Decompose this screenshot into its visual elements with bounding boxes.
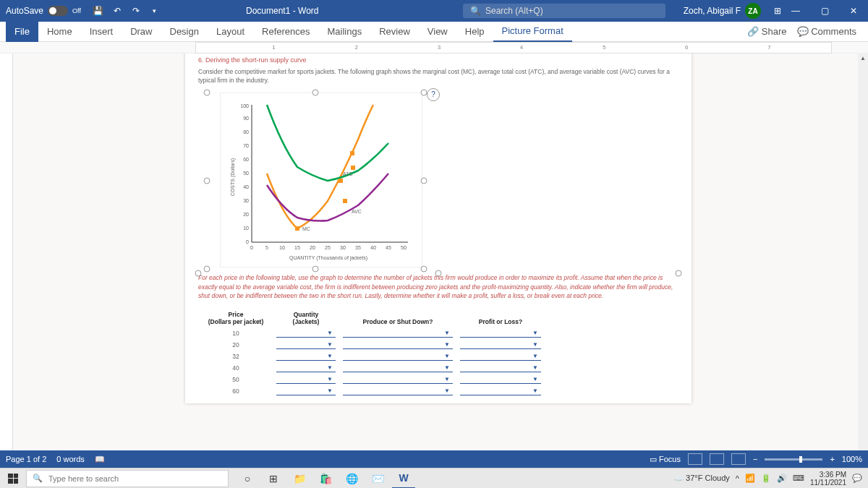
section-title: 6. Deriving the short-run supply curve xyxy=(198,56,678,64)
user-name: Zoch, Abigail F xyxy=(684,6,741,16)
produce-dropdown[interactable]: ▼ xyxy=(343,352,453,361)
user-account[interactable]: Zoch, Abigail F ZA ⊞ xyxy=(684,3,781,19)
notifications-icon[interactable]: 💬 xyxy=(852,474,862,483)
qty-dropdown[interactable]: ▼ xyxy=(276,387,336,395)
tab-references[interactable]: References xyxy=(253,22,318,42)
qty-dropdown[interactable]: ▼ xyxy=(276,341,336,349)
keyboard-icon[interactable]: ⌨ xyxy=(793,474,804,483)
taskbar-search-placeholder: Type here to search xyxy=(48,474,119,483)
volume-icon[interactable]: 🔊 xyxy=(777,474,787,483)
customize-icon[interactable]: ▾ xyxy=(149,5,161,17)
zoom-in-icon[interactable]: + xyxy=(830,455,834,463)
battery-icon[interactable]: 🔋 xyxy=(761,474,771,483)
produce-dropdown[interactable]: ▼ xyxy=(343,375,453,384)
minimize-button[interactable]: — xyxy=(781,0,810,22)
taskbar-search[interactable]: 🔍 Type here to search xyxy=(26,470,229,487)
tab-draw[interactable]: Draw xyxy=(122,22,161,42)
profit-dropdown[interactable]: ▼ xyxy=(460,352,541,361)
read-mode-icon[interactable] xyxy=(688,453,702,465)
tab-design[interactable]: Design xyxy=(161,22,208,42)
search-box[interactable]: 🔍 Search (Alt+Q) xyxy=(463,4,665,18)
zoom-out-icon[interactable]: − xyxy=(753,455,757,463)
scroll-up-icon[interactable]: ▲ xyxy=(858,53,868,64)
store-icon[interactable]: 🛍️ xyxy=(314,468,337,489)
tray-chevron-icon[interactable]: ^ xyxy=(736,474,739,483)
profit-dropdown[interactable]: ▼ xyxy=(460,341,541,349)
produce-dropdown[interactable]: ▼ xyxy=(343,341,453,349)
svg-text:50: 50 xyxy=(243,171,249,176)
qty-dropdown[interactable]: ▼ xyxy=(276,375,336,384)
ribbon-display-icon[interactable]: ⊞ xyxy=(774,6,781,16)
profit-dropdown[interactable]: ▼ xyxy=(460,364,541,372)
page-indicator[interactable]: Page 1 of 2 xyxy=(6,455,46,463)
web-layout-icon[interactable] xyxy=(731,453,746,465)
zoom-level[interactable]: 100% xyxy=(842,455,862,463)
qty-dropdown[interactable]: ▼ xyxy=(276,364,336,372)
horizontal-ruler[interactable]: 1 2 3 4 5 6 7 xyxy=(0,42,868,53)
svg-text:0: 0 xyxy=(250,245,253,250)
autosave-state: Off xyxy=(72,7,81,14)
autosave-toggle[interactable]: AutoSave Off xyxy=(0,6,87,16)
qty-dropdown[interactable]: ▼ xyxy=(276,329,336,338)
share-button[interactable]: 🔗 Share xyxy=(747,26,786,37)
maximize-button[interactable]: ▢ xyxy=(810,0,839,22)
proofing-icon[interactable]: 📖 xyxy=(95,455,105,464)
focus-mode[interactable]: ▭ Focus xyxy=(650,455,681,464)
document-title: Document1 - Word xyxy=(246,6,318,16)
produce-dropdown[interactable]: ▼ xyxy=(343,387,453,395)
weather-widget[interactable]: ☁️ 37°F Cloudy xyxy=(673,474,730,483)
comments-button[interactable]: 💬 Comments xyxy=(797,26,856,37)
tab-home[interactable]: Home xyxy=(38,22,81,42)
print-layout-icon[interactable] xyxy=(710,453,724,465)
mail-icon[interactable]: ✉️ xyxy=(366,468,389,489)
profit-dropdown[interactable]: ▼ xyxy=(460,387,541,395)
svg-text:40: 40 xyxy=(370,245,376,250)
cortana-icon[interactable]: ○ xyxy=(236,468,259,489)
document-page[interactable]: 6. Deriving the short-run supply curve C… xyxy=(185,53,692,403)
tab-mailings[interactable]: Mailings xyxy=(319,22,371,42)
clock[interactable]: 3:36 PM 11/11/2021 xyxy=(810,471,846,487)
mc-label: MC xyxy=(302,226,310,231)
undo-icon[interactable]: ↶ xyxy=(111,5,123,17)
help-icon[interactable]: ? xyxy=(427,88,440,101)
edge-icon[interactable]: 🌐 xyxy=(340,468,363,489)
tab-insert[interactable]: Insert xyxy=(81,22,122,42)
task-view-icon[interactable]: ⊞ xyxy=(262,468,285,489)
col-price: Price xyxy=(229,311,244,318)
search-icon: 🔍 xyxy=(33,474,43,483)
start-button[interactable] xyxy=(0,468,26,489)
svg-text:15: 15 xyxy=(294,245,300,250)
x-axis-label: QUANTITY (Thousands of jackets) xyxy=(289,255,367,261)
table-row: 10▼▼▼ xyxy=(200,328,544,338)
produce-dropdown[interactable]: ▼ xyxy=(343,329,453,338)
produce-dropdown[interactable]: ▼ xyxy=(343,364,453,372)
tab-help[interactable]: Help xyxy=(456,22,493,42)
save-icon[interactable]: 💾 xyxy=(93,5,104,17)
price-cell: 40 xyxy=(200,363,272,373)
autosave-label: AutoSave xyxy=(6,6,43,16)
vertical-ruler[interactable] xyxy=(0,53,13,450)
redo-icon[interactable]: ↷ xyxy=(130,5,142,17)
wifi-icon[interactable]: 📶 xyxy=(745,474,755,483)
price-cell: 10 xyxy=(200,328,272,338)
tab-picture-format[interactable]: Picture Format xyxy=(493,22,572,42)
avatar[interactable]: ZA xyxy=(745,3,761,19)
vertical-scrollbar[interactable]: ▲ xyxy=(858,53,868,450)
tab-view[interactable]: View xyxy=(419,22,456,42)
zoom-slider[interactable] xyxy=(765,458,822,461)
close-button[interactable]: ✕ xyxy=(839,0,868,22)
word-icon[interactable]: W xyxy=(392,468,415,489)
y-axis-label: COSTS (Dollars) xyxy=(230,158,236,197)
explorer-icon[interactable]: 📁 xyxy=(288,468,311,489)
intro-paragraph: Consider the competitive market for spor… xyxy=(198,68,678,85)
toggle-switch[interactable] xyxy=(48,6,68,16)
cost-curves-chart[interactable]: 0 10 20 30 40 50 60 70 80 90 100 0 xyxy=(220,93,422,267)
profit-dropdown[interactable]: ▼ xyxy=(460,329,541,338)
word-count[interactable]: 0 words xyxy=(56,455,85,463)
profit-dropdown[interactable]: ▼ xyxy=(460,375,541,384)
tab-review[interactable]: Review xyxy=(370,22,419,42)
tab-file[interactable]: File xyxy=(6,22,38,42)
svg-text:5: 5 xyxy=(265,245,268,250)
tab-layout[interactable]: Layout xyxy=(208,22,253,42)
qty-dropdown[interactable]: ▼ xyxy=(276,352,336,361)
